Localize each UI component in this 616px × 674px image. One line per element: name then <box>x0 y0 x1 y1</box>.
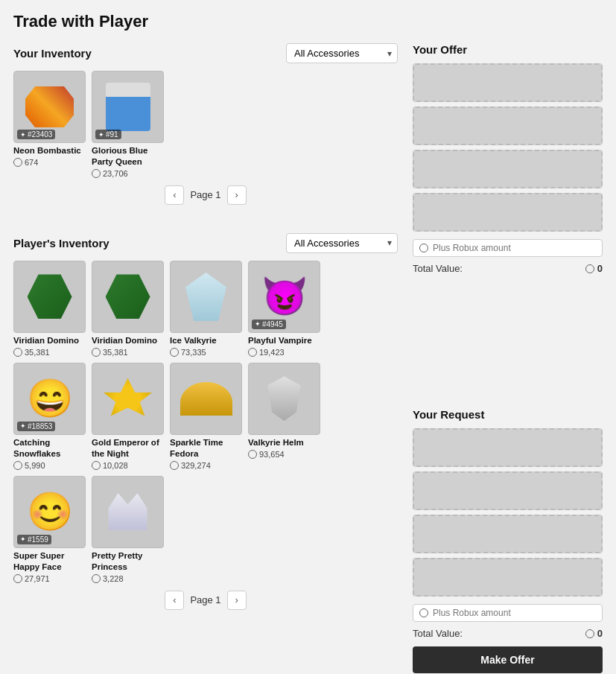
player-item-catching-snowflakes[interactable]: ✦ #18853 Catching Snowflakes 5,990 <box>13 363 86 470</box>
player-item-super-happy-thumb: ✦ #1559 <box>13 476 86 548</box>
player-item-ice-valkyrie-name: Ice Valkyrie <box>170 335 242 346</box>
player-item-pretty-princess-name: Pretty Pretty Princess <box>92 550 164 573</box>
star-icon: ✦ <box>255 320 261 328</box>
robux-icon <box>585 264 594 273</box>
player-item-playful-vampire-value: 19,423 <box>248 348 320 357</box>
players-inventory-pagination: ‹ Page 1 › <box>13 591 398 610</box>
players-inventory-next-btn[interactable]: › <box>227 591 247 610</box>
your-request-slots <box>413 428 603 597</box>
your-inventory-prev-btn[interactable]: ‹ <box>165 185 184 205</box>
your-offer-total-value: 0 <box>585 263 603 274</box>
player-item-viridian-1[interactable]: Viridian Domino 35,381 <box>13 261 86 357</box>
star-icon: ✦ <box>20 535 26 543</box>
star-icon: ✦ <box>98 131 104 139</box>
your-inventory-page-label: Page 1 <box>190 189 220 200</box>
your-inventory-next-btn[interactable]: › <box>227 185 247 205</box>
players-inventory-page-label: Page 1 <box>190 594 220 605</box>
your-request-slot-4[interactable] <box>413 558 603 597</box>
player-item-super-happy-name: Super Super Happy Face <box>13 550 86 573</box>
robux-icon <box>92 461 101 470</box>
player-item-sparkle-fedora[interactable]: Sparkle Time Fedora 329,274 <box>170 363 242 470</box>
player-item-pretty-princess[interactable]: Pretty Pretty Princess 3,228 <box>92 476 164 583</box>
robux-icon <box>419 608 428 617</box>
player-item-viridian-2-name: Viridian Domino <box>92 335 164 346</box>
player-item-valkyrie-helm[interactable]: Valkyrie Helm 93,654 <box>248 363 320 470</box>
player-item-viridian-1-thumb <box>13 261 86 333</box>
robux-icon <box>92 348 101 357</box>
your-inventory-filter[interactable]: All Accessories Hats Hair Face <box>286 43 398 63</box>
your-inventory-pagination: ‹ Page 1 › <box>13 185 398 205</box>
robux-icon <box>13 461 22 470</box>
your-item-neon-bombastic-thumb: ✦ #23403 <box>13 71 86 143</box>
player-item-gold-emperor-thumb <box>92 363 164 435</box>
player-item-viridian-1-value: 35,381 <box>13 348 86 357</box>
robux-icon <box>248 450 257 459</box>
robux-icon <box>92 574 101 583</box>
your-request-robux-input[interactable] <box>433 608 596 618</box>
your-request-robux-wrapper <box>413 604 603 622</box>
your-request-title: Your Request <box>413 408 603 421</box>
your-offer-robux-wrapper <box>413 239 603 257</box>
your-offer-title: Your Offer <box>413 43 603 56</box>
player-item-catching-snowflakes-value: 5,990 <box>13 461 86 470</box>
player-item-super-happy[interactable]: ✦ #1559 Super Super Happy Face 27,971 <box>13 476 86 583</box>
star-icon: ✦ <box>20 131 26 139</box>
your-request-total-row: Total Value: 0 <box>413 628 603 639</box>
player-item-gold-emperor[interactable]: Gold Emperor of the Night 10,028 <box>92 363 164 470</box>
your-offer-robux-input[interactable] <box>433 243 596 253</box>
player-item-gold-emperor-name: Gold Emperor of the Night <box>92 437 164 460</box>
player-item-playful-vampire[interactable]: ✦ #4945 Playful Vampire 19,423 <box>248 261 320 357</box>
your-item-neon-bombastic-value: 674 <box>13 158 86 167</box>
players-inventory-grid: Viridian Domino 35,381 Viridian Domino 3… <box>13 261 398 583</box>
your-offer-slot-1[interactable] <box>413 63 603 102</box>
players-inventory-header: Player's Inventory All Accessories Hats … <box>13 233 398 253</box>
players-inventory-title: Player's Inventory <box>13 237 109 249</box>
your-request-slot-1[interactable] <box>413 428 603 467</box>
your-inventory-title: Your Inventory <box>13 47 92 60</box>
player-item-ice-valkyrie-value: 73,335 <box>170 348 242 357</box>
player-item-gold-emperor-value: 10,028 <box>92 461 164 470</box>
star-icon: ✦ <box>20 422 26 430</box>
players-inventory-filter[interactable]: All Accessories Hats Hair Face <box>286 233 398 253</box>
your-inventory-header: Your Inventory All Accessories Hats Hair… <box>13 43 398 63</box>
player-item-ice-valkyrie[interactable]: Ice Valkyrie 73,335 <box>170 261 242 357</box>
robux-icon <box>13 158 22 167</box>
your-item-glorious-blue-value: 23,706 <box>92 169 164 178</box>
player-item-pretty-princess-thumb <box>92 476 164 548</box>
robux-icon <box>92 169 101 178</box>
players-inventory-prev-btn[interactable]: ‹ <box>165 591 184 610</box>
players-inventory-filter-wrapper: All Accessories Hats Hair Face <box>286 233 398 253</box>
player-item-catching-snowflakes-thumb: ✦ #18853 <box>13 363 86 435</box>
your-item-glorious-blue[interactable]: ✦ #91 Glorious Blue Party Queen 23,706 <box>92 71 164 178</box>
your-offer-slot-3[interactable] <box>413 150 603 188</box>
player-item-catching-snowflakes-name: Catching Snowflakes <box>13 437 86 460</box>
robux-icon <box>170 348 179 357</box>
robux-icon <box>248 348 257 357</box>
player-item-valkyrie-helm-name: Valkyrie Helm <box>248 437 320 448</box>
player-item-viridian-2[interactable]: Viridian Domino 35,381 <box>92 261 164 357</box>
your-offer-slot-2[interactable] <box>413 106 603 145</box>
your-item-neon-bombastic-badge: ✦ #23403 <box>17 130 55 139</box>
player-item-catching-snowflakes-badge: ✦ #18853 <box>17 422 55 431</box>
your-request-slot-2[interactable] <box>413 471 603 510</box>
your-request-slot-3[interactable] <box>413 515 603 553</box>
your-offer-slot-4[interactable] <box>413 193 603 232</box>
player-item-viridian-2-value: 35,381 <box>92 348 164 357</box>
your-offer-total-label: Total Value: <box>413 263 463 274</box>
robux-icon <box>13 348 22 357</box>
player-item-playful-vampire-thumb: ✦ #4945 <box>248 261 320 333</box>
your-item-neon-bombastic-name: Neon Bombastic <box>13 145 86 156</box>
player-item-sparkle-fedora-value: 329,274 <box>170 461 242 470</box>
robux-icon <box>419 244 428 252</box>
make-offer-button[interactable]: Make Offer <box>413 646 603 673</box>
player-item-sparkle-fedora-name: Sparkle Time Fedora <box>170 437 242 460</box>
your-item-glorious-blue-name: Glorious Blue Party Queen <box>92 145 164 168</box>
your-request-total-value: 0 <box>585 628 603 639</box>
player-item-valkyrie-helm-value: 93,654 <box>248 450 320 459</box>
your-request-total-label: Total Value: <box>413 628 463 639</box>
player-item-sparkle-fedora-thumb <box>170 363 242 435</box>
player-item-super-happy-badge: ✦ #1559 <box>17 535 51 544</box>
player-item-viridian-1-name: Viridian Domino <box>13 335 86 346</box>
your-item-neon-bombastic[interactable]: ✦ #23403 Neon Bombastic 674 <box>13 71 86 178</box>
player-item-viridian-2-thumb <box>92 261 164 333</box>
